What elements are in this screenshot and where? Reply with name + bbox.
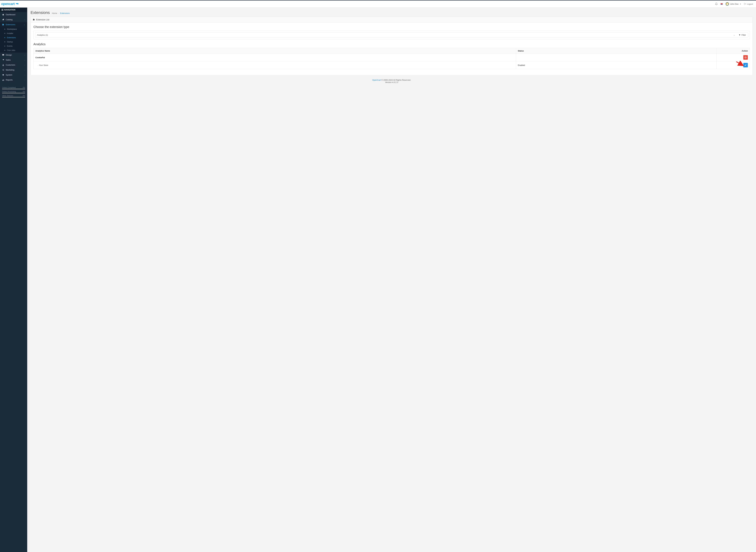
brand-logo[interactable]: opencart [1,2,19,6]
chevron-right-icon: › [24,74,25,76]
svg-rect-8 [3,79,3,81]
stat-bar [2,93,25,93]
language-flag-icon[interactable] [721,3,723,5]
monitor-icon [2,54,4,56]
sidebar-item-system[interactable]: System › [0,73,27,78]
svg-rect-1 [2,54,4,55]
type-heading: Choose the extension type [33,25,750,29]
user-menu[interactable]: John Doe ▼ [726,2,741,6]
sidebar-item-reports[interactable]: Reports › [0,78,27,82]
panel-title: Extension List [36,18,49,21]
double-chevron-icon [4,45,5,47]
logout-link[interactable]: Logout [744,3,753,5]
nav-label: NAVIGATION [4,9,15,11]
cell-name: Your Store [33,61,516,69]
sidebar-sub-label: Extensions [7,36,16,39]
sidebar-item-label: Design [6,54,12,56]
footer-version: Version 4.0.2.3 [30,81,753,84]
caret-down-icon: ▼ [740,3,741,5]
sidebar-item-sales[interactable]: Sales › [0,57,27,62]
breadcrumb: Home › Extensions [52,12,70,14]
page-title: Extensions [30,10,50,15]
cell-name: CookiePal [33,54,516,61]
sidebar-stats: Orders Completed 0% Orders Processing 0%… [0,85,27,97]
double-chevron-icon [4,49,5,51]
stat-label: Orders Processing [2,91,16,93]
chart-icon [2,79,4,81]
sidebar-item-label: Marketing [6,69,14,71]
page-head: Extensions Home › Extensions [27,8,756,17]
extension-type-select[interactable]: Analytics (1) ⌄ [35,32,737,37]
sidebar-item-label: Catalog [6,18,13,21]
sidebar-sub-cronjobs[interactable]: Cron Jobs [0,48,27,52]
sidebar-item-catalog[interactable]: Catalog › [0,17,27,22]
svg-point-3 [3,69,4,70]
stat-label: Other Statuses [2,95,13,97]
share-icon [2,69,4,71]
pencil-icon [745,64,747,66]
sidebar-sub-extensions[interactable]: Extensions [0,35,27,40]
svg-point-4 [2,70,3,70]
sidebar-sub-label: Marketplace [7,28,17,30]
chevron-right-icon: › [24,64,25,66]
sidebar-sub-marketplace[interactable]: Marketplace [0,27,27,31]
chevron-down-icon: ⌄ [734,34,735,36]
breadcrumb-sep-icon: › [59,12,59,14]
extensions-subnav: Marketplace Installer Extensions Startup… [0,27,27,52]
footer: OpenCart © 2009-2024 All Rights Reserved… [30,75,753,87]
sidebar-sub-installer[interactable]: Installer [0,31,27,35]
logout-label: Logout [747,3,753,5]
breadcrumb-home[interactable]: Home [52,12,57,14]
sidebar: NAVIGATION Dashboard Catalog › Extension… [0,8,27,552]
stat-other-statuses: Other Statuses 0% [2,95,25,97]
user-name: John Doe [730,3,739,5]
cart-swoosh-icon [16,3,19,5]
footer-link[interactable]: OpenCart [372,79,381,81]
stat-value: 0% [23,95,25,97]
chevron-down-icon: ⌄ [24,24,25,25]
edit-button[interactable] [743,63,748,67]
main: Extensions Home › Extensions Extension L… [27,8,756,552]
home-icon [2,14,4,16]
sidebar-item-marketing[interactable]: Marketing › [0,67,27,73]
header-right: John Doe ▼ Logout [715,2,753,6]
uninstall-button[interactable] [743,55,748,60]
filter-label: Filter [742,34,746,36]
chevron-right-icon: › [24,59,25,61]
brand-text: opencart [1,2,15,6]
cell-action [717,54,750,61]
notifications-icon[interactable] [715,3,718,5]
sidebar-sub-label: Cron Jobs [7,49,15,51]
sidebar-item-customers[interactable]: Customers › [0,62,27,67]
sidebar-item-label: Sales [6,59,11,61]
avatar-icon [726,2,729,6]
sidebar-sub-label: Startup [7,41,13,43]
sidebar-sub-events[interactable]: Events [0,44,27,48]
logout-icon [744,3,746,5]
double-chevron-icon [4,41,5,43]
sidebar-item-design[interactable]: Design › [0,52,27,57]
sidebar-sub-startup[interactable]: Startup [0,40,27,44]
chevron-right-icon: › [24,19,25,21]
gear-icon [2,74,4,76]
svg-point-5 [3,70,4,71]
sidebar-item-dashboard[interactable]: Dashboard [0,12,27,17]
stat-value: 0% [23,91,25,93]
double-chevron-icon [4,33,5,34]
user-icon [2,64,4,66]
sidebar-item-label: System [6,74,12,76]
cell-status [516,54,717,61]
stat-value: 0% [23,87,25,89]
panel-head: Extension List [31,17,753,22]
hamburger-icon [2,9,3,11]
puzzle-icon [33,19,35,21]
col-action: Action [717,48,750,54]
sidebar-item-label: Dashboard [6,13,15,16]
breadcrumb-current[interactable]: Extensions [60,12,70,14]
type-selector-row: Analytics (1) ⌄ Filter [33,31,750,39]
sidebar-sub-label: Events [7,45,13,47]
svg-rect-9 [4,80,4,81]
sidebar-item-extensions[interactable]: Extensions ⌄ [0,22,27,27]
filter-button[interactable]: Filter [737,32,748,37]
cell-action [717,61,750,69]
